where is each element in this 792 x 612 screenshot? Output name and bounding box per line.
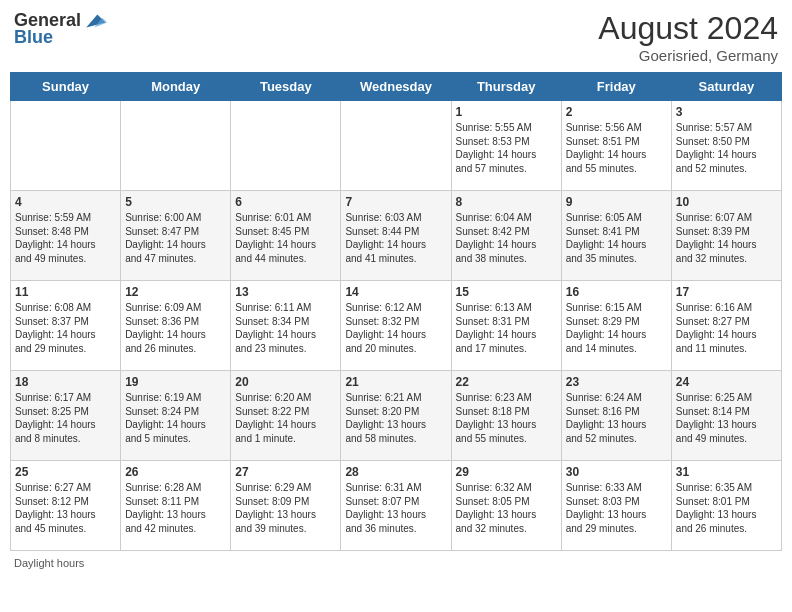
footer: Daylight hours: [10, 557, 782, 569]
calendar-cell: 15Sunrise: 6:13 AM Sunset: 8:31 PM Dayli…: [451, 281, 561, 371]
month-year: August 2024: [598, 10, 778, 47]
day-info: Sunrise: 6:03 AM Sunset: 8:44 PM Dayligh…: [345, 211, 446, 265]
day-number: 4: [15, 195, 116, 209]
day-header-tuesday: Tuesday: [231, 73, 341, 101]
day-number: 29: [456, 465, 557, 479]
day-info: Sunrise: 6:04 AM Sunset: 8:42 PM Dayligh…: [456, 211, 557, 265]
calendar-cell: 6Sunrise: 6:01 AM Sunset: 8:45 PM Daylig…: [231, 191, 341, 281]
day-number: 15: [456, 285, 557, 299]
day-info: Sunrise: 6:19 AM Sunset: 8:24 PM Dayligh…: [125, 391, 226, 445]
calendar-week-row: 1Sunrise: 5:55 AM Sunset: 8:53 PM Daylig…: [11, 101, 782, 191]
day-info: Sunrise: 6:21 AM Sunset: 8:20 PM Dayligh…: [345, 391, 446, 445]
day-number: 10: [676, 195, 777, 209]
day-info: Sunrise: 6:11 AM Sunset: 8:34 PM Dayligh…: [235, 301, 336, 355]
day-header-thursday: Thursday: [451, 73, 561, 101]
calendar-cell: 9Sunrise: 6:05 AM Sunset: 8:41 PM Daylig…: [561, 191, 671, 281]
day-header-wednesday: Wednesday: [341, 73, 451, 101]
calendar-cell: 14Sunrise: 6:12 AM Sunset: 8:32 PM Dayli…: [341, 281, 451, 371]
day-number: 13: [235, 285, 336, 299]
calendar-cell: 24Sunrise: 6:25 AM Sunset: 8:14 PM Dayli…: [671, 371, 781, 461]
calendar-week-row: 11Sunrise: 6:08 AM Sunset: 8:37 PM Dayli…: [11, 281, 782, 371]
day-info: Sunrise: 6:32 AM Sunset: 8:05 PM Dayligh…: [456, 481, 557, 535]
calendar-cell: 3Sunrise: 5:57 AM Sunset: 8:50 PM Daylig…: [671, 101, 781, 191]
calendar-cell: 22Sunrise: 6:23 AM Sunset: 8:18 PM Dayli…: [451, 371, 561, 461]
day-number: 25: [15, 465, 116, 479]
logo-blue: Blue: [14, 27, 53, 48]
day-info: Sunrise: 6:28 AM Sunset: 8:11 PM Dayligh…: [125, 481, 226, 535]
calendar-cell: 29Sunrise: 6:32 AM Sunset: 8:05 PM Dayli…: [451, 461, 561, 551]
calendar-cell: 25Sunrise: 6:27 AM Sunset: 8:12 PM Dayli…: [11, 461, 121, 551]
page-header: General Blue August 2024 Goerisried, Ger…: [10, 10, 782, 64]
calendar-cell: [341, 101, 451, 191]
calendar-cell: 12Sunrise: 6:09 AM Sunset: 8:36 PM Dayli…: [121, 281, 231, 371]
calendar-cell: 5Sunrise: 6:00 AM Sunset: 8:47 PM Daylig…: [121, 191, 231, 281]
day-info: Sunrise: 6:17 AM Sunset: 8:25 PM Dayligh…: [15, 391, 116, 445]
day-number: 23: [566, 375, 667, 389]
day-info: Sunrise: 6:23 AM Sunset: 8:18 PM Dayligh…: [456, 391, 557, 445]
calendar-cell: 19Sunrise: 6:19 AM Sunset: 8:24 PM Dayli…: [121, 371, 231, 461]
day-info: Sunrise: 6:31 AM Sunset: 8:07 PM Dayligh…: [345, 481, 446, 535]
calendar-cell: 21Sunrise: 6:21 AM Sunset: 8:20 PM Dayli…: [341, 371, 451, 461]
calendar-cell: 28Sunrise: 6:31 AM Sunset: 8:07 PM Dayli…: [341, 461, 451, 551]
day-header-saturday: Saturday: [671, 73, 781, 101]
calendar-cell: 10Sunrise: 6:07 AM Sunset: 8:39 PM Dayli…: [671, 191, 781, 281]
day-number: 1: [456, 105, 557, 119]
calendar-cell: 18Sunrise: 6:17 AM Sunset: 8:25 PM Dayli…: [11, 371, 121, 461]
day-info: Sunrise: 6:12 AM Sunset: 8:32 PM Dayligh…: [345, 301, 446, 355]
calendar-cell: 30Sunrise: 6:33 AM Sunset: 8:03 PM Dayli…: [561, 461, 671, 551]
day-info: Sunrise: 6:00 AM Sunset: 8:47 PM Dayligh…: [125, 211, 226, 265]
day-info: Sunrise: 6:15 AM Sunset: 8:29 PM Dayligh…: [566, 301, 667, 355]
location: Goerisried, Germany: [598, 47, 778, 64]
day-number: 6: [235, 195, 336, 209]
calendar-week-row: 25Sunrise: 6:27 AM Sunset: 8:12 PM Dayli…: [11, 461, 782, 551]
day-info: Sunrise: 6:13 AM Sunset: 8:31 PM Dayligh…: [456, 301, 557, 355]
day-number: 5: [125, 195, 226, 209]
calendar-week-row: 4Sunrise: 5:59 AM Sunset: 8:48 PM Daylig…: [11, 191, 782, 281]
calendar-cell: [11, 101, 121, 191]
logo-icon: [83, 11, 107, 31]
day-header-sunday: Sunday: [11, 73, 121, 101]
calendar-cell: 27Sunrise: 6:29 AM Sunset: 8:09 PM Dayli…: [231, 461, 341, 551]
day-number: 8: [456, 195, 557, 209]
calendar-cell: 17Sunrise: 6:16 AM Sunset: 8:27 PM Dayli…: [671, 281, 781, 371]
calendar-cell: [121, 101, 231, 191]
day-number: 31: [676, 465, 777, 479]
day-number: 16: [566, 285, 667, 299]
footer-text: Daylight hours: [14, 557, 84, 569]
calendar-cell: 13Sunrise: 6:11 AM Sunset: 8:34 PM Dayli…: [231, 281, 341, 371]
day-info: Sunrise: 6:09 AM Sunset: 8:36 PM Dayligh…: [125, 301, 226, 355]
day-number: 20: [235, 375, 336, 389]
day-info: Sunrise: 6:07 AM Sunset: 8:39 PM Dayligh…: [676, 211, 777, 265]
day-info: Sunrise: 5:56 AM Sunset: 8:51 PM Dayligh…: [566, 121, 667, 175]
day-info: Sunrise: 6:25 AM Sunset: 8:14 PM Dayligh…: [676, 391, 777, 445]
day-info: Sunrise: 5:57 AM Sunset: 8:50 PM Dayligh…: [676, 121, 777, 175]
title-block: August 2024 Goerisried, Germany: [598, 10, 778, 64]
calendar-cell: 26Sunrise: 6:28 AM Sunset: 8:11 PM Dayli…: [121, 461, 231, 551]
day-info: Sunrise: 6:27 AM Sunset: 8:12 PM Dayligh…: [15, 481, 116, 535]
calendar-cell: 11Sunrise: 6:08 AM Sunset: 8:37 PM Dayli…: [11, 281, 121, 371]
day-info: Sunrise: 6:16 AM Sunset: 8:27 PM Dayligh…: [676, 301, 777, 355]
day-number: 30: [566, 465, 667, 479]
day-number: 17: [676, 285, 777, 299]
day-info: Sunrise: 5:55 AM Sunset: 8:53 PM Dayligh…: [456, 121, 557, 175]
day-info: Sunrise: 6:35 AM Sunset: 8:01 PM Dayligh…: [676, 481, 777, 535]
calendar-table: SundayMondayTuesdayWednesdayThursdayFrid…: [10, 72, 782, 551]
day-number: 28: [345, 465, 446, 479]
calendar-cell: 7Sunrise: 6:03 AM Sunset: 8:44 PM Daylig…: [341, 191, 451, 281]
day-info: Sunrise: 5:59 AM Sunset: 8:48 PM Dayligh…: [15, 211, 116, 265]
day-header-monday: Monday: [121, 73, 231, 101]
day-number: 7: [345, 195, 446, 209]
calendar-cell: 1Sunrise: 5:55 AM Sunset: 8:53 PM Daylig…: [451, 101, 561, 191]
day-number: 11: [15, 285, 116, 299]
day-number: 21: [345, 375, 446, 389]
day-number: 2: [566, 105, 667, 119]
calendar-cell: 2Sunrise: 5:56 AM Sunset: 8:51 PM Daylig…: [561, 101, 671, 191]
day-header-friday: Friday: [561, 73, 671, 101]
day-number: 22: [456, 375, 557, 389]
day-info: Sunrise: 6:29 AM Sunset: 8:09 PM Dayligh…: [235, 481, 336, 535]
calendar-cell: 8Sunrise: 6:04 AM Sunset: 8:42 PM Daylig…: [451, 191, 561, 281]
day-info: Sunrise: 6:24 AM Sunset: 8:16 PM Dayligh…: [566, 391, 667, 445]
day-info: Sunrise: 6:05 AM Sunset: 8:41 PM Dayligh…: [566, 211, 667, 265]
calendar-week-row: 18Sunrise: 6:17 AM Sunset: 8:25 PM Dayli…: [11, 371, 782, 461]
calendar-cell: [231, 101, 341, 191]
